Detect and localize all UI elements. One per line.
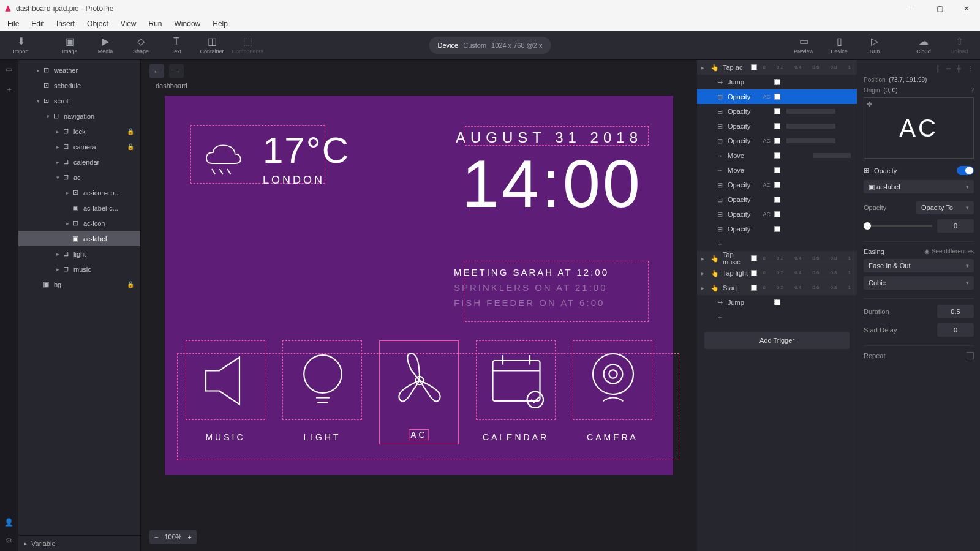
easing-curve-dropdown[interactable]: Ease In & Out xyxy=(864,259,974,272)
nav-calendar[interactable]: CALENDAR xyxy=(476,340,556,457)
trigger-response[interactable]: ⊞OpacityAC xyxy=(697,178,857,192)
trigger-response[interactable]: ⊞Opacity xyxy=(697,104,857,119)
layer-music[interactable]: ▸⊡music xyxy=(18,261,140,277)
speaker-icon xyxy=(192,347,260,414)
layer-weather[interactable]: ▸⊡weather xyxy=(18,62,140,78)
canvas-area: ← → dashboard 17°C LONDON AUGUST 31 2018 xyxy=(141,60,697,551)
layer-calendar[interactable]: ▸⊡calendar xyxy=(18,154,140,170)
menu-run[interactable]: Run xyxy=(144,18,167,29)
svg-line-0 xyxy=(212,169,215,174)
trigger-response[interactable]: ⊞OpacityAC xyxy=(697,133,857,148)
nav-light[interactable]: LIGHT xyxy=(282,340,362,457)
trigger-response[interactable]: ↔Move xyxy=(697,148,857,163)
tool-device[interactable]: ▯Device xyxy=(824,32,854,58)
layer-lock[interactable]: ▸⊡lock🔒 xyxy=(18,124,140,139)
tool-preview[interactable]: ▭Preview xyxy=(789,32,818,58)
tool-cloud[interactable]: ☁Cloud xyxy=(909,32,938,58)
settings-icon[interactable]: ⚙ xyxy=(6,536,12,545)
layer-ac-label[interactable]: ▣ac-label xyxy=(18,231,140,246)
add-scene-icon[interactable]: ＋ xyxy=(6,84,13,95)
help-icon[interactable]: ? xyxy=(970,87,974,94)
tool-image[interactable]: ▣Image xyxy=(55,32,85,58)
zoom-out-icon[interactable]: − xyxy=(154,533,158,541)
tool-media[interactable]: ▶Media xyxy=(91,32,120,58)
trigger-group[interactable]: ▸👆Start00.20.40.60.81 xyxy=(697,280,857,295)
layer-ac-label-c...[interactable]: ▣ac-label-c... xyxy=(18,200,140,216)
nav-camera[interactable]: CAMERA xyxy=(573,340,652,457)
trigger-response[interactable]: ↪Jump xyxy=(697,295,857,310)
tool-components[interactable]: ⬚Components xyxy=(233,32,262,58)
layer-camera[interactable]: ▸⊡camera🔒 xyxy=(18,139,140,154)
trigger-response[interactable]: ⊞Opacity xyxy=(697,222,857,236)
trigger-response[interactable]: ＋ xyxy=(697,310,857,324)
scene-label: dashboard xyxy=(143,82,697,89)
trigger-response[interactable]: ⊞OpacityAC xyxy=(697,89,857,104)
tool-container[interactable]: ◫Container xyxy=(197,32,227,58)
tool-shape[interactable]: ◇Shape xyxy=(126,32,156,58)
tool-run[interactable]: ▷Run xyxy=(860,32,889,58)
menu-help[interactable]: Help xyxy=(208,18,233,29)
align-icon[interactable]: ┃ xyxy=(936,65,940,73)
delay-field[interactable]: 0 xyxy=(937,323,974,337)
layer-light[interactable]: ▸⊡light xyxy=(18,246,140,261)
menu-view[interactable]: View xyxy=(116,18,141,29)
menu-window[interactable]: Window xyxy=(170,18,206,29)
toolbar: ⬇Import ▣Image ▶Media ◇Shape TText ◫Cont… xyxy=(0,31,980,60)
zoom-value: 100% xyxy=(164,533,181,541)
zoom-in-icon[interactable]: + xyxy=(188,533,192,541)
layer-ac-icon[interactable]: ▸⊡ac-icon xyxy=(18,216,140,231)
trigger-response[interactable]: ⊞OpacityAC xyxy=(697,207,857,222)
layer-ac-icon-co...[interactable]: ▸⊡ac-icon-co... xyxy=(18,185,140,200)
trigger-response[interactable]: ⊞Opacity xyxy=(697,119,857,133)
artboard[interactable]: 17°C LONDON AUGUST 31 2018 14:00 MEETING… xyxy=(165,96,673,475)
opacity-slider[interactable] xyxy=(864,225,932,227)
nav-ac[interactable]: AC xyxy=(379,340,459,457)
window-maximize-button[interactable]: ▢ xyxy=(926,0,953,17)
trigger-response[interactable]: ↪Jump xyxy=(697,75,857,89)
canvas-forward-button[interactable]: → xyxy=(169,64,184,78)
cloud-icon xyxy=(195,137,251,179)
menu-object[interactable]: Object xyxy=(82,18,113,29)
tool-upload[interactable]: ⇧Upload xyxy=(944,32,974,58)
duration-field[interactable]: 0.5 xyxy=(937,305,974,318)
variable-footer[interactable]: ▸Variable xyxy=(18,535,140,551)
align-icon[interactable]: ╋ xyxy=(957,65,961,73)
trigger-group[interactable]: ▸👆Tap music00.20.40.60.81 xyxy=(697,251,857,266)
menu-file[interactable]: File xyxy=(2,18,24,29)
opacity-toggle[interactable] xyxy=(957,166,974,175)
window-close-button[interactable]: ✕ xyxy=(953,0,980,17)
event-item: MEETING SARAH AT 12:00 xyxy=(454,267,609,277)
layer-navigation[interactable]: ▾⊡navigation xyxy=(18,108,140,124)
trigger-response[interactable]: ↔Move xyxy=(697,163,857,178)
easing-type-dropdown[interactable]: Cubic xyxy=(864,276,974,290)
trigger-response[interactable]: ⊞Opacity xyxy=(697,192,857,207)
tool-text[interactable]: TText xyxy=(162,32,191,58)
menu-edit[interactable]: Edit xyxy=(26,18,49,29)
user-icon[interactable]: 👤 xyxy=(4,518,13,527)
device-selector[interactable]: Device Custom 1024 x 768 @2 x xyxy=(429,37,551,54)
align-icon[interactable]: ⋮ xyxy=(967,65,974,73)
trigger-group[interactable]: ▸👆Tap ac00.20.40.60.81 xyxy=(697,60,857,75)
layer-schedule[interactable]: ⊡schedule xyxy=(18,78,140,93)
trigger-group[interactable]: ▸👆Tap light00.20.40.60.81 xyxy=(697,266,857,280)
add-trigger-button[interactable]: Add Trigger xyxy=(704,332,850,349)
zoom-control[interactable]: − 100% + xyxy=(149,530,197,544)
repeat-checkbox[interactable] xyxy=(967,352,974,359)
scene-thumb[interactable]: ▭ xyxy=(6,65,12,73)
canvas-back-button[interactable]: ← xyxy=(149,64,164,78)
see-differences-link[interactable]: ◉ See differences xyxy=(924,248,974,255)
opacity-mode-dropdown[interactable]: Opacity To xyxy=(916,201,974,214)
move-handle-icon[interactable]: ✥ xyxy=(867,100,872,108)
nav-music[interactable]: MUSIC xyxy=(186,340,265,457)
layer-scroll[interactable]: ▾⊡scroll xyxy=(18,93,140,108)
align-icon[interactable]: ━ xyxy=(946,65,951,73)
tool-import[interactable]: ⬇Import xyxy=(6,32,36,58)
menu-insert[interactable]: Insert xyxy=(51,18,80,29)
layer-bg[interactable]: ▣bg🔒 xyxy=(18,277,140,292)
layer-ac[interactable]: ▾⊡ac xyxy=(18,170,140,185)
trigger-response[interactable]: ＋ xyxy=(697,236,857,251)
webcam-icon xyxy=(579,347,647,414)
opacity-value-field[interactable]: 0 xyxy=(937,219,974,233)
target-layer-dropdown[interactable]: ▣ ac-label xyxy=(864,180,974,193)
window-minimize-button[interactable]: ─ xyxy=(899,0,926,17)
